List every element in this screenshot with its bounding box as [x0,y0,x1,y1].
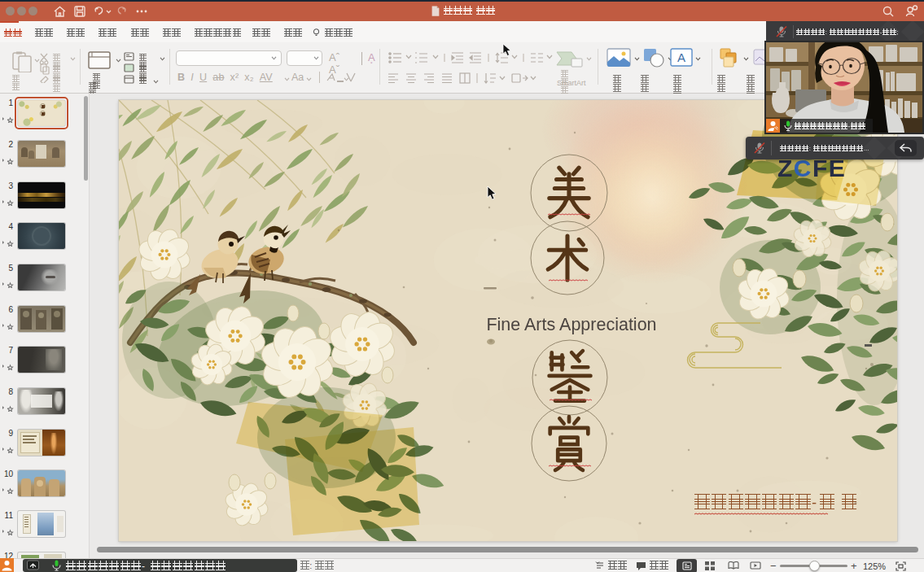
svg-text:Fine Arts Appreciation: Fine Arts Appreciation [486,315,656,334]
svg-text:A: A [677,50,685,64]
